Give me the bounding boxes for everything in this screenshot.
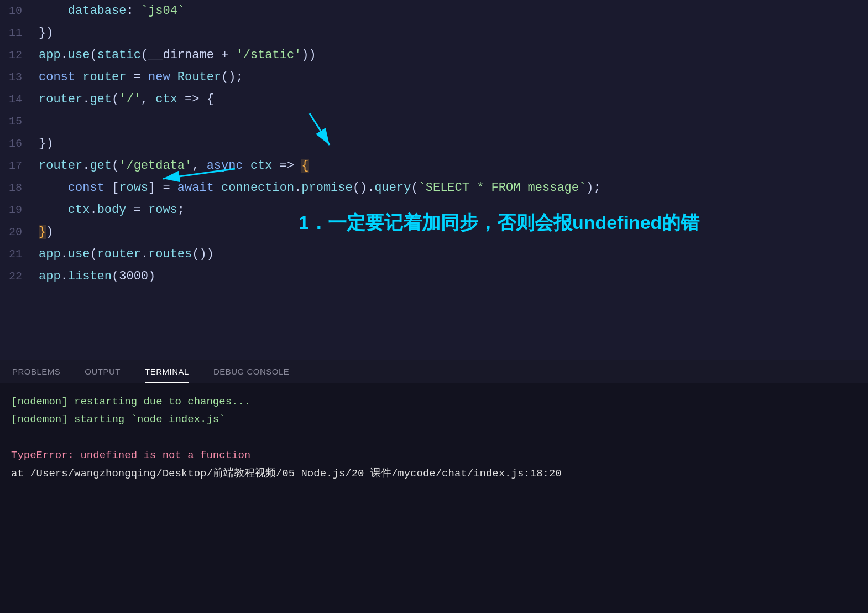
code-editor: 10 database: `js04` 11 }) 12 app.use(sta… — [0, 0, 868, 360]
code-content: app.use(router.routes()) — [33, 243, 868, 266]
code-content: }) — [33, 22, 868, 44]
table-row: 19 ctx.body = rows; — [0, 199, 868, 221]
line-number: 10 — [0, 0, 33, 22]
code-content: ctx.body = rows; — [33, 199, 868, 221]
line-number: 14 — [0, 89, 33, 111]
code-lines: 10 database: `js04` 11 }) 12 app.use(sta… — [0, 0, 868, 360]
line-number: 19 — [0, 199, 33, 221]
code-content: router.get('/', ctx => { — [33, 89, 868, 111]
line-number: 11 — [0, 22, 33, 44]
code-content: const [rows] = await connection.promise(… — [33, 177, 868, 199]
table-row: 20 }) — [0, 221, 868, 243]
code-content: }) — [33, 221, 868, 243]
tab-terminal[interactable]: TERMINAL — [133, 360, 201, 383]
tab-debug-console[interactable]: DEBUG CONSOLE — [201, 360, 301, 383]
table-row: 14 router.get('/', ctx => { — [0, 89, 868, 111]
terminal-line — [11, 429, 857, 446]
table-row: 18 const [rows] = await connection.promi… — [0, 177, 868, 199]
tab-problems[interactable]: PROBLEMS — [0, 360, 72, 383]
line-number: 17 — [0, 155, 33, 177]
table-row: 15 — [0, 111, 868, 133]
code-content: const router = new Router(); — [33, 66, 868, 89]
table-row: 21 app.use(router.routes()) — [0, 243, 868, 266]
terminal-line-path: at /Users/wangzhongqing/Desktop/前端教程视频/0… — [11, 465, 857, 482]
table-row: 13 const router = new Router(); — [0, 66, 868, 89]
line-number: 15 — [0, 111, 33, 133]
terminal-line-error: TypeError: undefined is not a function — [11, 447, 857, 464]
line-number: 18 — [0, 177, 33, 199]
code-content: router.get('/getdata', async ctx => { — [33, 155, 868, 177]
table-row: 22 app.listen(3000) — [0, 266, 868, 288]
line-number: 16 — [0, 133, 33, 155]
table-row: 11 }) — [0, 22, 868, 44]
code-content: app.use(static(__dirname + '/static')) — [33, 44, 868, 66]
table-row: 17 router.get('/getdata', async ctx => { — [0, 155, 868, 177]
line-number: 22 — [0, 266, 33, 288]
terminal-panel: PROBLEMS OUTPUT TERMINAL DEBUG CONSOLE [… — [0, 360, 868, 613]
terminal-line: [nodemon] starting `node index.js` — [11, 411, 857, 428]
tab-output[interactable]: OUTPUT — [72, 360, 133, 383]
line-number: 12 — [0, 44, 33, 66]
code-content: app.listen(3000) — [33, 266, 868, 288]
table-row: 10 database: `js04` — [0, 0, 868, 22]
line-number: 20 — [0, 221, 33, 243]
table-row: 16 }) — [0, 133, 868, 155]
table-row: 12 app.use(static(__dirname + '/static')… — [0, 44, 868, 66]
code-content: }) — [33, 133, 868, 155]
code-content: database: `js04` — [33, 0, 868, 22]
terminal-content: [nodemon] restarting due to changes... [… — [0, 383, 868, 493]
terminal-tabs: PROBLEMS OUTPUT TERMINAL DEBUG CONSOLE — [0, 360, 868, 383]
terminal-line: [nodemon] restarting due to changes... — [11, 393, 857, 410]
line-number: 13 — [0, 66, 33, 89]
line-number: 21 — [0, 243, 33, 266]
